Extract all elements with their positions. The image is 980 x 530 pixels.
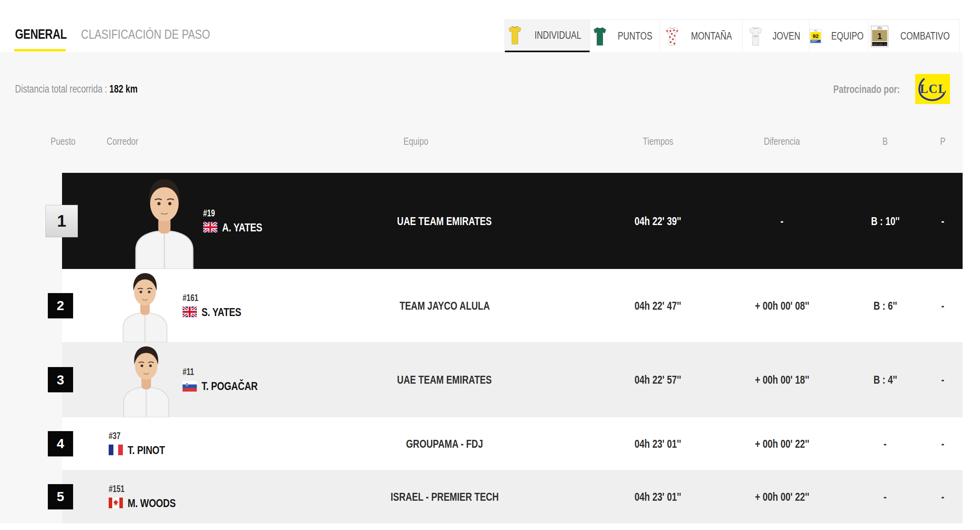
team-name-text: UAE TEAM EMIRATES bbox=[397, 373, 492, 386]
flag-gbr-icon bbox=[203, 222, 217, 233]
rank-badge: 5 bbox=[48, 484, 73, 509]
flag-gbr-icon bbox=[183, 307, 197, 317]
penalty-value-text: - bbox=[941, 437, 944, 450]
combative-plate-number: 1 bbox=[877, 31, 882, 41]
rider-bib-text: #151 bbox=[109, 484, 124, 494]
gap-value: + 00h 00' 08'' bbox=[723, 299, 841, 312]
team-name: GROUPAMA - FDJ bbox=[267, 437, 622, 450]
penalty-value-text: - bbox=[941, 373, 944, 386]
rider-cell: #37T. PINOT bbox=[109, 431, 175, 457]
tab-puntos-label: PUNTOS bbox=[618, 30, 652, 42]
column-header-puesto: Puesto bbox=[47, 135, 79, 148]
page-bottom-spacer bbox=[0, 523, 980, 530]
column-header-p: P bbox=[923, 135, 963, 148]
rider-identity: T. PINOT bbox=[109, 443, 175, 457]
table-row[interactable]: 2#161S. YATESTEAM JAYCO ALULA04h 22' 47'… bbox=[62, 269, 963, 342]
rider-name-text: A. YATES bbox=[222, 221, 262, 234]
penalty-value: - bbox=[893, 373, 980, 386]
team-name: UAE TEAM EMIRATES bbox=[267, 373, 622, 386]
team-name: UAE TEAM EMIRATES bbox=[267, 214, 622, 227]
team-name: TEAM JAYCO ALULA bbox=[267, 299, 622, 312]
rank-badge: 4 bbox=[48, 431, 73, 456]
time-value: 04h 23' 01'' bbox=[599, 437, 717, 450]
rider-bib-text: #11 bbox=[183, 367, 194, 377]
time-value: 04h 22' 39'' bbox=[599, 214, 717, 227]
tab-equipo-label: EQUIPO bbox=[831, 30, 864, 42]
white-jersey-icon bbox=[748, 26, 763, 47]
tab-combativo-label: COMBATIVO bbox=[901, 30, 950, 42]
table-row[interactable]: 3#11T. POGAČARUAE TEAM EMIRATES04h 22' 5… bbox=[62, 342, 963, 417]
team-name-text: GROUPAMA - FDJ bbox=[406, 437, 483, 450]
rider-cell: #19A. YATES bbox=[203, 208, 273, 234]
tab-individual[interactable]: INDIVIDUAL bbox=[505, 19, 590, 53]
team-name-text: TEAM JAYCO ALULA bbox=[400, 299, 490, 312]
time-value-text: 04h 23' 01'' bbox=[635, 490, 681, 503]
tab-equipo[interactable]: 92 EQUIPO bbox=[809, 19, 869, 53]
tab-puntos[interactable]: PUNTOS bbox=[590, 19, 660, 53]
rider-identity: A. YATES bbox=[203, 221, 273, 234]
rider-cell: #161S. YATES bbox=[183, 293, 253, 319]
rider-bib: #161 bbox=[183, 293, 253, 303]
rider-cell: #151M. WOODS bbox=[109, 484, 189, 510]
team-name-text: UAE TEAM EMIRATES bbox=[397, 214, 492, 227]
nav-tab-paso-label: CLASIFICACIÓN DE PASO bbox=[81, 26, 210, 42]
penalty-value-text: - bbox=[941, 490, 944, 503]
rider-name-text: S. YATES bbox=[202, 305, 241, 319]
rider-bib: #37 bbox=[109, 431, 175, 441]
rider-bib: #151 bbox=[109, 484, 189, 494]
lcl-sponsor-logo[interactable]: LCL bbox=[915, 74, 950, 104]
total-distance-label: Distancia total recorrida : bbox=[15, 83, 107, 95]
rider-photo bbox=[130, 173, 198, 269]
polka-dot-jersey-icon bbox=[664, 26, 680, 47]
flag-svn-icon bbox=[183, 381, 197, 392]
team-name-text: ISRAEL - PREMIER TECH bbox=[390, 490, 499, 503]
flag-can-icon bbox=[109, 498, 123, 508]
tab-montana[interactable]: MONTAÑA bbox=[660, 19, 743, 53]
rider-photo bbox=[109, 269, 181, 342]
rider-cell: #11T. POGAČAR bbox=[183, 367, 273, 393]
penalty-value-text: - bbox=[941, 299, 944, 312]
rank-badge: 2 bbox=[48, 293, 73, 318]
time-value: 04h 23' 01'' bbox=[599, 490, 717, 503]
column-header-tiempos: Tiempos bbox=[599, 135, 717, 148]
gap-value: - bbox=[723, 214, 841, 227]
bonus-value-text: - bbox=[884, 437, 887, 450]
table-row[interactable]: 5#151M. WOODSISRAEL - PREMIER TECH04h 23… bbox=[62, 470, 963, 523]
tab-montana-label: MONTAÑA bbox=[691, 30, 732, 42]
gap-value-text: + 00h 00' 18'' bbox=[755, 373, 809, 386]
rider-bib-text: #161 bbox=[183, 293, 198, 303]
rider-bib: #19 bbox=[203, 208, 273, 219]
tab-combativo[interactable]: 1 CENTURY 21 COMBATIVO bbox=[868, 19, 959, 53]
column-header-corredor: Corredor bbox=[107, 135, 186, 148]
tab-individual-label: INDIVIDUAL bbox=[534, 29, 581, 42]
lcl-logo-icon: LCL bbox=[915, 74, 950, 104]
total-distance-value: 182 km bbox=[109, 83, 138, 95]
tab-joven[interactable]: JOVEN bbox=[742, 19, 810, 53]
gap-value: + 00h 00' 22'' bbox=[723, 490, 841, 503]
rider-name: T. POGAČAR bbox=[202, 379, 273, 393]
nav-tab-clasificacion-de-paso[interactable]: CLASIFICACIÓN DE PASO bbox=[81, 26, 247, 42]
rider-identity: S. YATES bbox=[183, 305, 253, 319]
lcl-logo-text: LCL bbox=[920, 82, 947, 96]
gap-value-text: + 00h 00' 08'' bbox=[755, 299, 809, 312]
rider-bib-text: #37 bbox=[109, 431, 121, 441]
rider-bib: #11 bbox=[183, 367, 273, 377]
table-row[interactable]: 1#19A. YATESUAE TEAM EMIRATES04h 22' 39'… bbox=[62, 173, 963, 269]
time-value-text: 04h 22' 47'' bbox=[635, 299, 681, 312]
team-number-plate-icon: 92 bbox=[810, 26, 822, 47]
green-jersey-icon bbox=[592, 26, 608, 47]
time-value: 04h 22' 57'' bbox=[599, 373, 717, 386]
rider-name-text: M. WOODS bbox=[128, 496, 176, 510]
penalty-value: - bbox=[893, 299, 980, 312]
rider-name: A. YATES bbox=[222, 221, 273, 234]
combative-plate-subtext: CENTURY 21 bbox=[872, 43, 887, 45]
rider-name: S. YATES bbox=[202, 305, 253, 319]
nav-tab-general[interactable]: GENERAL bbox=[15, 26, 81, 42]
tab-joven-label: JOVEN bbox=[773, 30, 800, 42]
time-value-text: 04h 22' 57'' bbox=[635, 373, 681, 386]
rider-identity: T. POGAČAR bbox=[183, 379, 273, 393]
team-name: ISRAEL - PREMIER TECH bbox=[267, 490, 622, 503]
rider-name: T. PINOT bbox=[128, 443, 175, 457]
table-row[interactable]: 4#37T. PINOTGROUPAMA - FDJ04h 23' 01''+ … bbox=[62, 417, 963, 470]
flag-fra-icon bbox=[109, 445, 123, 455]
